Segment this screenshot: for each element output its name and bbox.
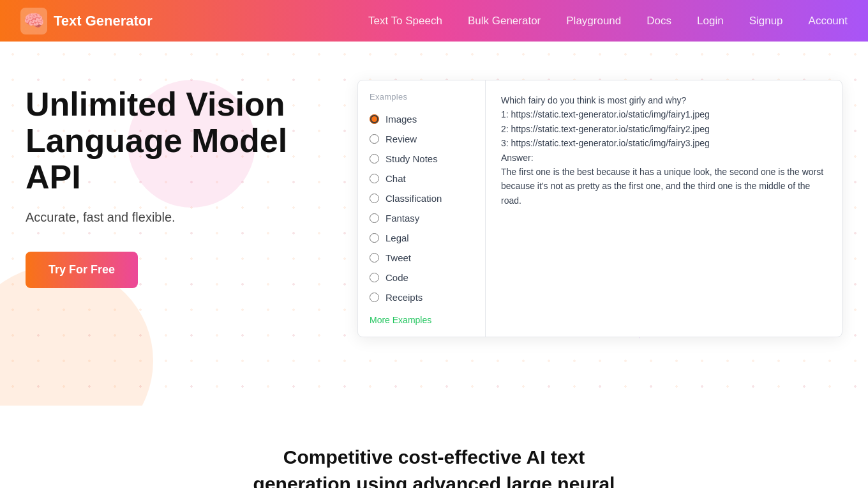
logo-link[interactable]: 🧠 Text Generator	[20, 8, 368, 34]
radio-classification[interactable]	[370, 194, 379, 203]
option-review[interactable]: Review	[358, 129, 485, 149]
option-fantasy[interactable]: Fantasy	[358, 208, 485, 228]
brain-icon: 🧠	[20, 8, 47, 34]
nav-account[interactable]: Account	[809, 15, 848, 27]
examples-text: Which fairy do you think is most girly a…	[501, 93, 827, 208]
bottom-section: Competitive cost-effective AI text gener…	[0, 406, 868, 488]
examples-panel: Examples Images Review Study Notes Chat …	[357, 80, 842, 337]
hero-left: Unlimited Vision Language Model API Accu…	[26, 80, 319, 288]
radio-receipts[interactable]	[370, 293, 379, 302]
nav-links: Text To Speech Bulk Generator Playground…	[368, 15, 848, 27]
examples-label: Examples	[358, 92, 485, 109]
try-for-free-button[interactable]: Try For Free	[26, 252, 138, 288]
radio-legal[interactable]	[370, 233, 379, 243]
radio-images[interactable]	[370, 114, 379, 124]
nav-docs[interactable]: Docs	[647, 15, 671, 27]
option-code[interactable]: Code	[358, 268, 485, 287]
option-images[interactable]: Images	[358, 109, 485, 129]
radio-fantasy[interactable]	[370, 213, 379, 223]
option-chat[interactable]: Chat	[358, 169, 485, 188]
bottom-title: Competitive cost-effective AI text gener…	[243, 444, 625, 488]
hero-subtitle: Accurate, fast and flexible.	[26, 210, 319, 225]
nav-signup[interactable]: Signup	[749, 15, 783, 27]
radio-review[interactable]	[370, 134, 379, 144]
option-study-notes[interactable]: Study Notes	[358, 149, 485, 169]
option-receipts[interactable]: Receipts	[358, 287, 485, 307]
examples-list: Examples Images Review Study Notes Chat …	[358, 80, 486, 337]
hero-title: Unlimited Vision Language Model API	[26, 86, 319, 196]
nav-bulk-generator[interactable]: Bulk Generator	[468, 15, 541, 27]
option-legal[interactable]: Legal	[358, 228, 485, 248]
radio-tweet[interactable]	[370, 253, 379, 263]
navbar: 🧠 Text Generator Text To Speech Bulk Gen…	[0, 0, 868, 42]
nav-text-to-speech[interactable]: Text To Speech	[368, 15, 442, 27]
radio-code[interactable]	[370, 273, 379, 282]
radio-study-notes[interactable]	[370, 154, 379, 164]
examples-content: Which fairy do you think is most girly a…	[486, 80, 842, 337]
option-classification[interactable]: Classification	[358, 188, 485, 208]
nav-login[interactable]: Login	[697, 15, 724, 27]
logo-text: Text Generator	[54, 13, 153, 29]
nav-playground[interactable]: Playground	[566, 15, 621, 27]
more-examples-link[interactable]: More Examples	[358, 307, 485, 325]
hero-section: ✦ ✦ ✦ ✦ Unlimited Vision Language Model …	[0, 42, 868, 406]
option-tweet[interactable]: Tweet	[358, 248, 485, 268]
radio-chat[interactable]	[370, 174, 379, 183]
